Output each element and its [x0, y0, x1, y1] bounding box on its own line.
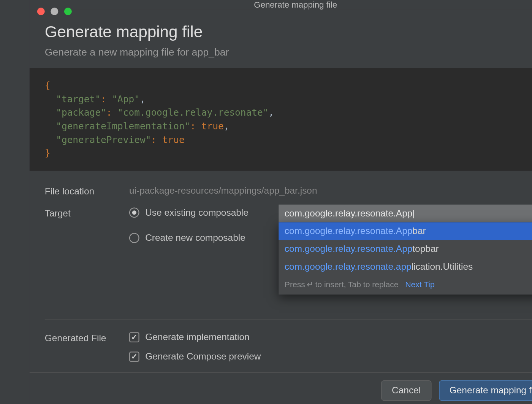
code-preview: { "target": "App", "package": "com.googl… [30, 68, 532, 171]
enter-key-icon: ↵ [307, 280, 314, 290]
code-val-target: "App" [112, 94, 140, 105]
file-location-row: File location ui-package-resources/mappi… [45, 185, 532, 197]
code-key-package: "package" [56, 107, 106, 118]
code-val-genprev: true [162, 134, 185, 145]
radio-new-label: Create new composable [145, 232, 245, 243]
code-key-genimpl: "generateImplementation" [56, 121, 190, 131]
checkbox-icon [129, 352, 139, 362]
more-icon[interactable]: ⋯ [530, 280, 532, 290]
autocomplete-footer: Press ↵ to insert, Tab to replace Next T… [279, 276, 532, 295]
page-subtitle: Generate a new mapping file for app_bar [45, 46, 532, 58]
next-tip-link[interactable]: Next Tip [405, 280, 434, 289]
form-area: File location ui-package-resources/mappi… [30, 171, 532, 372]
checkbox-impl-label: Generate implementation [145, 332, 249, 343]
code-key-genprev: "generatePreview" [56, 134, 151, 145]
autocomplete-popup: com.google.relay.resonate.Appbar com.goo… [279, 223, 532, 295]
autocomplete-match: com.google.relay.resonate.App [285, 243, 413, 254]
autocomplete-rest: bar [412, 226, 426, 237]
radio-icon [129, 233, 139, 243]
page-title: Generate mapping file [45, 23, 532, 41]
autocomplete-rest: topbar [412, 243, 439, 254]
target-input-wrap: com.google.relay.resonate.Appbar com.goo… [279, 205, 532, 223]
dialog-header: Generate mapping file Generate a new map… [30, 10, 532, 68]
file-location-label: File location [45, 185, 129, 197]
maximize-icon[interactable] [64, 8, 72, 15]
target-label: Target [45, 207, 129, 244]
radio-existing-label: Use existing composable [145, 207, 249, 218]
generated-file-label: Generated File [45, 332, 129, 363]
target-row: Target Use existing composable Create ne… [45, 207, 532, 244]
generated-file-row: Generated File Generate implementation G… [45, 332, 532, 363]
code-val-genimpl: true [201, 121, 224, 131]
target-input[interactable] [279, 205, 532, 223]
radio-icon [129, 208, 139, 218]
checkbox-preview-label: Generate Compose preview [145, 352, 261, 363]
divider [45, 320, 532, 320]
close-icon[interactable] [37, 8, 45, 15]
checkbox-generate-preview[interactable]: Generate Compose preview [129, 352, 532, 363]
file-location-value: ui-package-resources/mappings/app_bar.js… [129, 185, 532, 197]
code-key-target: "target" [56, 94, 101, 105]
autocomplete-item[interactable]: com.google.relay.resonate.Apptopbar [279, 240, 532, 258]
minimize-icon[interactable] [51, 8, 58, 15]
autocomplete-hint-prefix: Press [285, 280, 305, 289]
dialog-footer: Cancel Generate mapping file [30, 372, 532, 404]
checkbox-generate-implementation[interactable]: Generate implementation [129, 332, 532, 343]
autocomplete-rest: lication.Utilities [412, 261, 473, 272]
autocomplete-item[interactable]: com.google.relay.resonate.application.Ut… [279, 258, 532, 276]
titlebar: Generate mapping file [30, 0, 532, 10]
generate-button[interactable]: Generate mapping file [439, 380, 532, 401]
titlebar-title: Generate mapping file [254, 0, 337, 10]
autocomplete-match: com.google.relay.resonate.App [285, 226, 413, 237]
cancel-button[interactable]: Cancel [381, 380, 431, 401]
autocomplete-hint-mid: to insert, Tab to replace [315, 280, 398, 289]
checkbox-icon [129, 332, 139, 343]
autocomplete-match: com.google.relay.resonate.app [285, 261, 412, 272]
dialog-window: Generate mapping file Generate mapping f… [30, 0, 532, 404]
autocomplete-item[interactable]: com.google.relay.resonate.Appbar [279, 223, 532, 240]
code-val-package: "com.google.relay.resonate" [117, 107, 268, 118]
window-controls [37, 8, 72, 15]
